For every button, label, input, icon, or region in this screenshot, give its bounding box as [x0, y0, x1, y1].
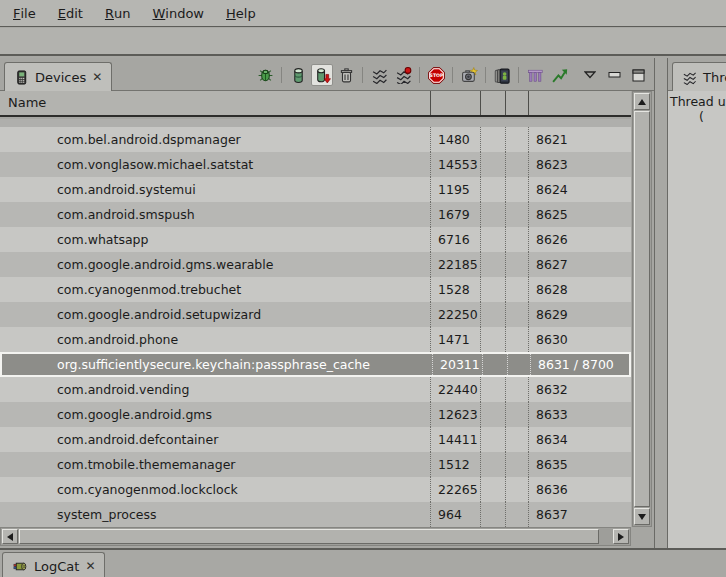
arrow-down-icon [638, 514, 646, 520]
tab-logcat[interactable]: LogCat ✕ [2, 552, 105, 577]
process-row[interactable]: com.google.android.gms.wearable 22185 86… [0, 252, 631, 277]
process-cell-empty-2 [505, 427, 528, 452]
process-port: 8623 [528, 152, 631, 177]
column-header-port[interactable] [528, 91, 631, 115]
panel-sash[interactable] [656, 58, 667, 548]
view-menu-icon[interactable] [581, 66, 599, 84]
vertical-scrollbar-thumb[interactable] [634, 111, 650, 507]
process-pid: 1480 [430, 127, 480, 152]
debug-process-icon[interactable] [254, 64, 276, 86]
horizontal-scrollbar[interactable] [0, 527, 631, 546]
maximize-icon[interactable] [629, 66, 647, 84]
process-port: 8631 / 8700 [530, 354, 629, 375]
process-cell-empty-1 [480, 277, 505, 302]
process-row[interactable]: org.sufficientlysecure.keychain:passphra… [0, 352, 631, 377]
screen-record-icon[interactable] [491, 64, 513, 86]
process-pid: 6716 [430, 227, 480, 252]
toolbar-separator [485, 67, 486, 83]
scroll-left-button[interactable] [2, 529, 18, 544]
process-row[interactable]: com.whatsapp 6716 8626 [0, 227, 631, 252]
process-pid: 20311 [432, 354, 482, 375]
process-port: 8637 [528, 502, 631, 527]
process-cell-empty-2 [505, 177, 528, 202]
devices-tabbar: Devices ✕ [0, 58, 654, 91]
update-heap-icon[interactable] [287, 64, 309, 86]
device-process-table: com.bel.android.dspmanager 1480 8621 com… [0, 119, 631, 528]
column-header-pid[interactable] [430, 91, 480, 115]
main-area: Devices ✕ [0, 58, 726, 548]
process-row[interactable]: com.cyanogenmod.trebuchet 1528 8628 [0, 277, 631, 302]
process-pid: 22265 [430, 477, 480, 502]
menu-item[interactable]: Run [94, 0, 142, 26]
process-port: 8621 [528, 127, 631, 152]
column-header-name[interactable]: Name [0, 91, 430, 115]
process-cell-empty-1 [480, 502, 505, 527]
menu-item[interactable]: File [2, 0, 47, 26]
svg-text:STOP: STOP [429, 73, 443, 78]
horizontal-scrollbar-thumb[interactable] [19, 529, 599, 544]
process-cell-empty-1 [480, 302, 505, 327]
process-port: 8635 [528, 452, 631, 477]
tab-threads-label: Threa [703, 70, 726, 85]
process-cell-empty-2 [505, 227, 528, 252]
minimize-icon[interactable] [605, 66, 623, 84]
arrow-up-icon [638, 99, 646, 105]
stop-process-icon[interactable]: STOP [425, 64, 447, 86]
process-row[interactable]: com.android.vending 22440 8632 [0, 377, 631, 402]
start-method-profiling-icon[interactable] [392, 64, 414, 86]
process-port: 8634 [528, 427, 631, 452]
process-row[interactable]: system_process 964 8637 [0, 502, 631, 527]
menu-item[interactable]: Window [141, 0, 215, 26]
process-name: system_process [0, 502, 430, 527]
process-row[interactable]: com.tmobile.thememanager 1512 8635 [0, 452, 631, 477]
process-row[interactable]: com.cyanogenmod.lockclock 22265 8636 [0, 477, 631, 502]
process-pid: 14553 [430, 152, 480, 177]
process-row[interactable]: com.vonglasow.michael.satstat 14553 8623 [0, 152, 631, 177]
tab-devices[interactable]: Devices ✕ [4, 62, 112, 91]
logcat-view: LogCat ✕ [0, 548, 726, 577]
scroll-right-button[interactable] [613, 529, 629, 544]
close-icon[interactable]: ✕ [92, 71, 102, 83]
process-pid: 12623 [430, 402, 480, 427]
process-name: com.cyanogenmod.trebuchet [0, 277, 430, 302]
process-row[interactable]: com.android.phone 1471 8630 [0, 327, 631, 352]
column-header-unused-2[interactable] [505, 91, 528, 115]
threads-tabbar: Threa [668, 58, 726, 91]
coolbar-strip [0, 28, 726, 56]
dump-view-hierarchy-icon[interactable] [548, 64, 570, 86]
close-icon[interactable]: ✕ [85, 560, 95, 572]
process-row[interactable]: com.google.android.setupwizard 22250 862… [0, 302, 631, 327]
menu-item[interactable]: Help [215, 0, 267, 26]
scroll-down-button[interactable] [634, 508, 650, 525]
menu-item[interactable]: Edit [47, 0, 94, 26]
process-row[interactable]: com.android.systemui 1195 8624 [0, 177, 631, 202]
process-row[interactable]: com.android.defcontainer 14411 8634 [0, 427, 631, 452]
process-name: com.bel.android.dspmanager [0, 127, 430, 152]
process-cell-empty-1 [480, 252, 505, 277]
process-pid: 1512 [430, 452, 480, 477]
update-threads-icon[interactable] [368, 64, 390, 86]
vertical-scrollbar[interactable] [632, 91, 652, 527]
column-header-unused-1[interactable] [480, 91, 505, 115]
hierarchy-view-icon[interactable] [524, 64, 546, 86]
process-cell-empty-1 [480, 477, 505, 502]
cause-gc-icon[interactable] [335, 64, 357, 86]
threads-message-line1: Thread up [668, 91, 726, 109]
process-name: com.android.vending [0, 377, 430, 402]
process-row[interactable]: com.bel.android.dspmanager 1480 8621 [0, 127, 631, 152]
process-pid: 1195 [430, 177, 480, 202]
process-cell-empty-1 [480, 377, 505, 402]
process-pid: 1528 [430, 277, 480, 302]
screen-capture-icon[interactable] [458, 64, 480, 86]
process-name: com.android.systemui [0, 177, 430, 202]
process-name: com.google.android.setupwizard [0, 302, 430, 327]
process-port: 8630 [528, 327, 631, 352]
logcat-icon [12, 559, 28, 574]
tab-threads[interactable]: Threa [672, 62, 726, 91]
process-pid: 22250 [430, 302, 480, 327]
process-row[interactable]: com.google.android.gms 12623 8633 [0, 402, 631, 427]
dump-hprof-icon[interactable] [311, 64, 333, 86]
scroll-up-button[interactable] [634, 93, 650, 110]
process-name: com.cyanogenmod.lockclock [0, 477, 430, 502]
process-row[interactable]: com.android.smspush 1679 8625 [0, 202, 631, 227]
